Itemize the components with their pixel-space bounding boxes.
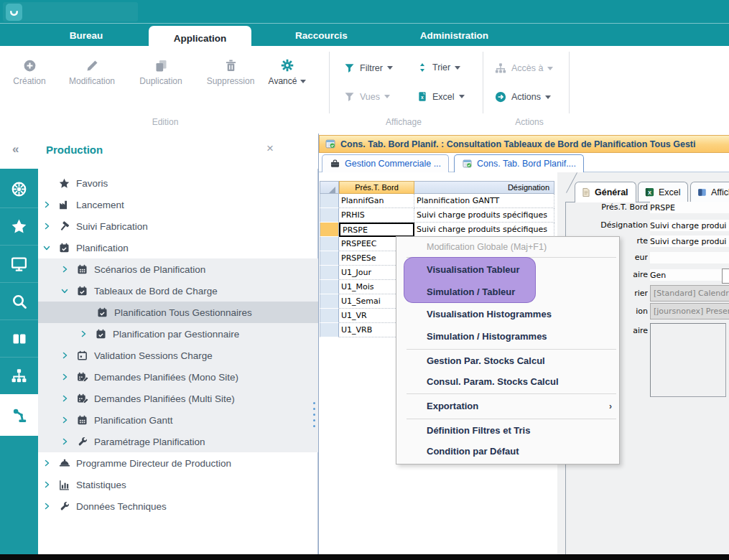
excel-button[interactable]: Excel	[417, 90, 465, 103]
row-selector[interactable]	[320, 294, 339, 309]
rail-favorites-button[interactable]	[0, 207, 38, 245]
sidebar-item-planification[interactable]: Planification	[38, 237, 318, 258]
menu-item-gestion-stocks[interactable]: Gestion Par. Stocks Calcul	[396, 350, 619, 371]
grid-cell-designation[interactable]: Plannification GANTT	[414, 194, 554, 208]
trier-button[interactable]: Trier	[417, 62, 460, 73]
grid-corner-header[interactable]	[320, 181, 339, 194]
menu-item-definition-filtres[interactable]: Définition Filtres et Tris	[396, 420, 619, 441]
row-selector[interactable]	[320, 208, 339, 223]
tab-raccourcis[interactable]: Raccourcis	[287, 24, 356, 47]
calendar-input-disabled[interactable]: [Standard] Calendri	[650, 285, 729, 302]
suppression-button[interactable]: Suppression	[200, 55, 261, 86]
sidebar-item-planification-tous-gestionnaires[interactable]: Planification Tous Gestionnaires	[38, 302, 318, 323]
tab-administration[interactable]: Administration	[409, 24, 499, 47]
sidebar-item-scenarios-planification[interactable]: Scénarios de Planification	[38, 258, 318, 280]
doc-tab-gestion-commerciale[interactable]: Gestion Commerciale ...	[322, 154, 449, 172]
menu-item-visualisation-tableur[interactable]: Visualisation Tableur	[396, 258, 619, 281]
sidebar-item-donnees-techniques[interactable]: Données Techniques	[38, 495, 318, 517]
menu-item-modification-globale[interactable]: Modification Globale (Maj+F1)	[396, 238, 619, 256]
sidebar-item-parametrage-planification[interactable]: Paramétrage Planification	[38, 431, 318, 452]
chevron-down-icon[interactable]	[41, 243, 52, 252]
tab-excel[interactable]: Excel	[638, 182, 688, 202]
tab-bureau[interactable]: Bureau	[61, 24, 111, 47]
acces-a-button[interactable]: Accès à	[494, 62, 553, 75]
app-logo-icon[interactable]	[6, 4, 22, 21]
collapse-sidebar-button[interactable]: «	[12, 142, 17, 157]
rail-search-button[interactable]	[0, 282, 38, 319]
grid-cell-designation[interactable]: Suivi charge produits spécifiques	[414, 208, 554, 223]
sidebar-item-statistiques[interactable]: Statistiques	[38, 474, 318, 495]
row-selector[interactable]	[320, 237, 339, 251]
sidebar-item-demandes-planifiees-mono[interactable]: Demandes Planifiées (Mono Site)	[38, 366, 318, 388]
tab-affichage[interactable]: Affich	[690, 182, 729, 202]
rail-desktop-button[interactable]	[0, 245, 38, 282]
avance-button[interactable]: Avancé	[264, 55, 310, 86]
chevron-right-icon[interactable]	[41, 502, 52, 510]
row-selector-selected[interactable]	[320, 223, 339, 237]
row-selector[interactable]	[320, 251, 339, 266]
grid-cell-pres-selected[interactable]: PRSPE	[339, 223, 414, 237]
sidebar-item-favoris[interactable]: Favoris	[38, 172, 318, 194]
presentation-input-disabled[interactable]: [joursnonex] Preser	[650, 303, 729, 319]
sidebar-item-lancement[interactable]: Lancement	[38, 194, 318, 215]
grid-cell-pres[interactable]: PlannifGan	[339, 194, 414, 208]
calendar-pencil-icon	[75, 393, 89, 405]
chevron-right-icon[interactable]	[59, 351, 70, 360]
column-header-designation[interactable]: Désignation	[414, 181, 554, 194]
ribbon-separator	[483, 52, 483, 113]
sidebar-item-suivi-fabrication[interactable]: Suivi Fabrication	[38, 215, 318, 237]
sidebar-item-planification-par-gestionnaire[interactable]: Planification par Gestionnaire	[38, 323, 318, 345]
row-selector[interactable]	[320, 280, 339, 294]
chevron-right-icon[interactable]	[59, 394, 70, 403]
chevron-right-icon[interactable]	[78, 330, 89, 338]
arrow-circle-icon	[494, 90, 507, 103]
rail-sitemap-button[interactable]	[0, 357, 38, 394]
rail-columns-button[interactable]	[0, 319, 38, 357]
tab-application-active[interactable]: Application	[149, 26, 251, 50]
menu-item-simulation-histogrammes[interactable]: Simulation / Histogrammes	[396, 325, 619, 347]
comment-textarea[interactable]	[650, 323, 726, 397]
lookup-button-clipped[interactable]	[722, 269, 729, 284]
row-selector[interactable]	[320, 323, 339, 337]
row-selector[interactable]	[320, 309, 339, 323]
column-header-pres-t-bord[interactable]: Prés.T. Bord	[339, 181, 414, 194]
row-selector[interactable]	[320, 266, 339, 280]
doc-tab-cons-tab-bord[interactable]: Cons. Tab. Bord Planif....	[454, 154, 584, 172]
menu-item-exportation[interactable]: Exportation ›	[396, 395, 619, 417]
actions-button[interactable]: Actions	[494, 90, 551, 103]
grid-cell-pres[interactable]: PRHIS	[339, 208, 414, 223]
modification-button[interactable]: Modification	[60, 55, 124, 86]
panel-splitter-handle[interactable]	[313, 402, 315, 431]
menu-item-condition-defaut[interactable]: Condition par Défaut	[396, 441, 619, 462]
chevron-right-icon[interactable]	[41, 459, 52, 467]
sidebar-item-planification-gantt[interactable]: Planification Gantt	[38, 409, 318, 431]
menu-item-visualisation-histogrammes[interactable]: Visualisation Histogrammes	[396, 303, 619, 325]
chevron-down-icon[interactable]	[59, 286, 70, 295]
menu-item-simulation-tableur[interactable]: Simulation / Tableur	[396, 281, 619, 303]
rail-modules-button[interactable]	[0, 170, 38, 207]
chevron-right-icon[interactable]	[41, 200, 52, 209]
board-check-icon	[462, 159, 473, 169]
tree-item-label: Planification Tous Gestionnaires	[114, 307, 252, 318]
chevron-right-icon[interactable]	[59, 265, 70, 274]
close-sidebar-button[interactable]: ×	[266, 141, 274, 156]
document-title-bar[interactable]: Cons. Tab. Bord Planif. : Consultation T…	[319, 135, 729, 153]
sidebar-item-programme-directeur[interactable]: Programme Directeur de Production	[38, 452, 318, 474]
filtrer-button[interactable]: Filtrer	[343, 62, 393, 74]
duplication-button[interactable]: Duplication	[132, 55, 190, 86]
row-selector[interactable]	[320, 194, 339, 208]
chevron-right-icon[interactable]	[41, 222, 52, 230]
chevron-right-icon[interactable]	[59, 373, 70, 381]
tab-general[interactable]: Général	[575, 182, 636, 202]
creation-button[interactable]: Création	[6, 55, 53, 86]
vues-button[interactable]: Vues	[343, 90, 390, 103]
sidebar-item-tableaux-bord-charge[interactable]: Tableaux de Bord de Charge	[38, 280, 318, 302]
menu-item-consul-stocks[interactable]: Consul. Param. Stocks Calcul	[396, 371, 619, 392]
chevron-right-icon[interactable]	[59, 437, 70, 446]
sidebar-item-validation-sessions-charge[interactable]: Validation Sessions Charge	[38, 345, 318, 366]
chevron-right-icon[interactable]	[59, 416, 70, 424]
grid-cell-designation[interactable]: Suivi charge produits spécifiques	[414, 223, 554, 237]
rail-production-button[interactable]	[0, 394, 38, 436]
chevron-right-icon[interactable]	[41, 480, 52, 489]
sidebar-item-demandes-planifiees-multi[interactable]: Demandes Planifiées (Multi Site)	[38, 388, 318, 409]
